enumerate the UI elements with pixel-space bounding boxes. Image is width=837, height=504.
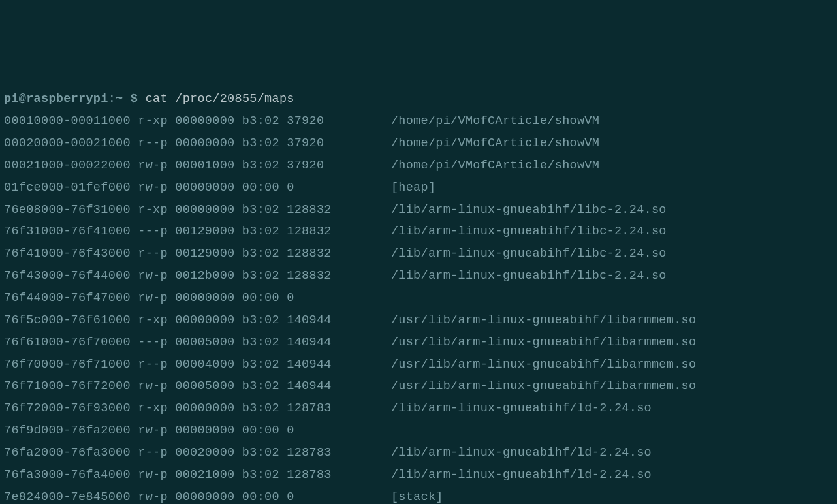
maps-line: 76f70000-76f71000 r--p 00004000 b3:02 14… — [4, 358, 696, 371]
maps-line: 76f43000-76f44000 rw-p 0012b000 b3:02 12… — [4, 269, 667, 283]
prompt-host: raspberrypi — [26, 92, 108, 106]
maps-line: 76fa2000-76fa3000 r--p 00020000 b3:02 12… — [4, 446, 652, 460]
prompt-dollar: $ — [123, 92, 145, 106]
maps-line: 76f9d000-76fa2000 rw-p 00000000 00:00 0 — [4, 424, 391, 437]
maps-line: 7e824000-7e845000 rw-p 00000000 00:00 0 … — [4, 490, 443, 504]
maps-line: 76f5c000-76f61000 r-xp 00000000 b3:02 14… — [4, 313, 696, 327]
maps-line: 00010000-00011000 r-xp 00000000 b3:02 37… — [4, 114, 599, 128]
maps-line: 76fa3000-76fa4000 rw-p 00021000 b3:02 12… — [4, 468, 652, 482]
terminal-window[interactable]: pi@raspberrypi:~ $ cat /proc/20855/maps … — [4, 88, 837, 504]
maps-line: 01fce000-01fef000 rw-p 00000000 00:00 0 … — [4, 181, 435, 195]
maps-line: 76f41000-76f43000 r--p 00129000 b3:02 12… — [4, 247, 667, 260]
prompt-path: ~ — [116, 92, 123, 106]
maps-line: 76f31000-76f41000 ---p 00129000 b3:02 12… — [4, 225, 667, 238]
command-text: cat /proc/20855/maps — [146, 92, 294, 106]
maps-line: 00020000-00021000 r--p 00000000 b3:02 37… — [4, 136, 599, 150]
maps-output: 00010000-00011000 r-xp 00000000 b3:02 37… — [4, 110, 837, 504]
maps-line: 76f61000-76f70000 ---p 00005000 b3:02 14… — [4, 336, 696, 349]
maps-line: 76f44000-76f47000 rw-p 00000000 00:00 0 — [4, 291, 391, 305]
maps-line: 00021000-00022000 rw-p 00001000 b3:02 37… — [4, 159, 599, 172]
prompt-user: pi — [4, 92, 19, 106]
maps-line: 76f72000-76f93000 r-xp 00000000 b3:02 12… — [4, 402, 652, 415]
prompt-at: @ — [19, 92, 26, 106]
maps-line: 76f71000-76f72000 rw-p 00005000 b3:02 14… — [4, 379, 696, 393]
maps-line: 76e08000-76f31000 r-xp 00000000 b3:02 12… — [4, 203, 667, 217]
prompt-colon: : — [108, 92, 116, 106]
